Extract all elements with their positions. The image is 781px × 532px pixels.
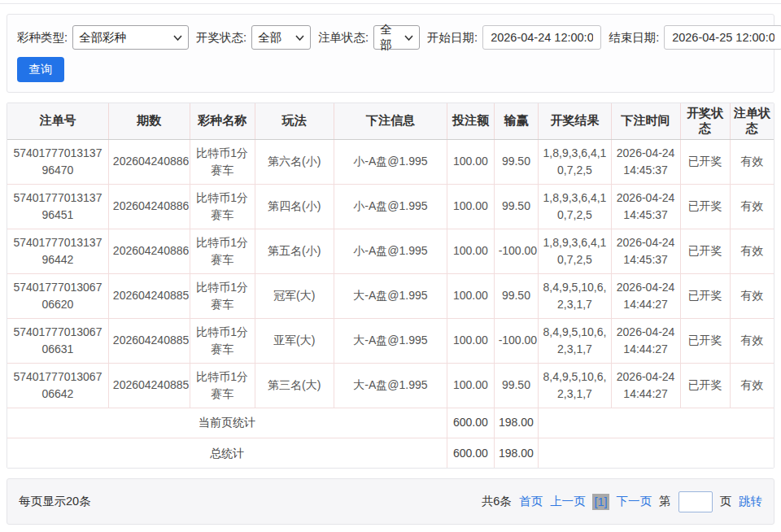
filter-row: 彩种类型: 全部彩种 开奖状态: 全部 注单状态:: [17, 25, 764, 50]
table-cell: 5740177701313796442: [7, 229, 108, 273]
summary-win-loss: 198.00: [494, 408, 539, 438]
table-cell: 8,4,9,5,10,6,2,3,1,7: [539, 318, 611, 363]
table-cell: 已开奖: [680, 318, 730, 363]
table-cell: 100.00: [447, 363, 494, 408]
table-cell: 已开奖: [680, 273, 730, 318]
prev-page-link[interactable]: 上一页: [550, 494, 586, 509]
table-cell: 比特币1分赛车: [190, 184, 255, 229]
table-summary: 当前页统计 600.00 198.00 总统计 600.00 198.00: [7, 408, 774, 468]
table-cell: 已开奖: [680, 184, 730, 229]
table-cell: 已开奖: [680, 363, 730, 408]
summary-bet-amount: 600.00: [447, 438, 494, 468]
table-row: 5740177701306706620202604240885比特币1分赛车冠军…: [7, 273, 774, 318]
draw-status-group: 开奖状态: 全部: [196, 25, 311, 50]
total-count: 共6条: [482, 494, 512, 509]
table-cell: 比特币1分赛车: [190, 318, 255, 363]
table-cell: 小-A盘@1.995: [334, 139, 447, 184]
end-date-input[interactable]: [664, 25, 781, 50]
column-header-draw-status: 开奖状态: [680, 103, 730, 139]
next-page-link[interactable]: 下一页: [617, 494, 652, 509]
table-cell: 小-A盘@1.995: [334, 184, 447, 229]
lottery-type-group: 彩种类型: 全部彩种: [17, 25, 189, 50]
end-date-label: 结束日期:: [609, 30, 659, 46]
table-row: 5740177701313796442202604240886比特币1分赛车第五…: [7, 229, 774, 273]
table-cell: 第六名(小): [255, 139, 334, 184]
bet-table: 注单号 期数 彩种名称 玩法 下注信息 投注额 输赢 开奖结果 下注时间 开奖状…: [7, 103, 774, 468]
table-cell: 第五名(小): [255, 229, 334, 273]
draw-status-label: 开奖状态:: [196, 30, 247, 46]
start-date-group: 开始日期:: [427, 25, 601, 50]
table-cell: 202604240885: [108, 363, 190, 408]
lottery-type-value: 全部彩种: [79, 30, 126, 46]
column-header-bet-amount: 投注额: [447, 103, 494, 139]
table-cell: 99.50: [494, 184, 539, 229]
current-page[interactable]: [1]: [592, 494, 609, 510]
table-cell: 99.50: [494, 363, 539, 408]
column-header-play-type: 玩法: [255, 103, 334, 139]
table-cell: 已开奖: [680, 229, 730, 273]
query-button[interactable]: 查询: [17, 57, 64, 82]
draw-status-value: 全部: [258, 30, 281, 46]
table-cell: 小-A盘@1.995: [334, 229, 447, 273]
table-cell: 冠军(大): [255, 273, 334, 318]
table-row: 5740177701313796451202604240886比特币1分赛车第四…: [7, 184, 774, 229]
jump-link[interactable]: 跳转: [739, 494, 762, 509]
table-cell: 100.00: [447, 229, 494, 273]
column-header-bet-no: 注单号: [7, 103, 108, 139]
bet-status-group: 注单状态: 全部: [318, 25, 420, 50]
start-date-input[interactable]: [482, 25, 601, 50]
table-cell: 202604240885: [108, 273, 190, 318]
table-cell: 有效: [730, 229, 774, 273]
column-header-bet-info: 下注信息: [334, 103, 447, 139]
lottery-type-label: 彩种类型:: [17, 30, 68, 46]
table-cell: -100.00: [494, 318, 539, 363]
table-cell: 已开奖: [680, 139, 730, 184]
draw-status-select[interactable]: 全部: [251, 25, 311, 50]
table-cell: 202604240886: [108, 229, 190, 273]
page-word-prefix: 第: [659, 494, 671, 509]
end-date-group: 结束日期:: [609, 25, 781, 50]
table-cell: 2026-04-24 14:45:37: [611, 229, 680, 273]
summary-win-loss: 198.00: [494, 438, 539, 468]
column-header-bet-status: 注单状态: [730, 103, 774, 139]
first-page-link[interactable]: 首页: [519, 494, 543, 509]
bet-status-value: 全部: [380, 22, 399, 53]
table-cell: 202604240886: [108, 184, 190, 229]
top-divider: [0, 0, 781, 4]
lottery-type-select[interactable]: 全部彩种: [72, 25, 189, 50]
page-number-input[interactable]: [678, 491, 713, 512]
table-cell: 2026-04-24 14:44:27: [611, 273, 680, 318]
table-cell: 有效: [730, 273, 774, 318]
table-cell: 5740177701306706642: [7, 363, 108, 408]
column-header-win-loss: 输赢: [494, 103, 539, 139]
table-cell: 5740177701306706631: [7, 318, 108, 363]
bet-table-panel: 注单号 期数 彩种名称 玩法 下注信息 投注额 输赢 开奖结果 下注时间 开奖状…: [7, 102, 774, 469]
start-date-label: 开始日期:: [427, 30, 478, 46]
chevron-down-icon: [404, 35, 413, 41]
table-cell: 2026-04-24 14:45:37: [611, 184, 680, 229]
table-cell: 100.00: [447, 318, 494, 363]
table-row: 5740177701306706642202604240885比特币1分赛车第三…: [7, 363, 774, 408]
column-header-bet-time: 下注时间: [611, 103, 680, 139]
table-cell: 100.00: [447, 184, 494, 229]
table-cell: 202604240886: [108, 139, 190, 184]
column-header-lottery-name: 彩种名称: [190, 103, 255, 139]
table-row: 5740177701306706631202604240885比特币1分赛车亚军…: [7, 318, 774, 363]
table-cell: 5740177701313796470: [7, 139, 108, 184]
bet-status-label: 注单状态:: [318, 30, 369, 46]
table-cell: 8,4,9,5,10,6,2,3,1,7: [539, 363, 611, 408]
table-row: 5740177701313796470202604240886比特币1分赛车第六…: [7, 139, 774, 184]
table-cell: 有效: [730, 139, 774, 184]
summary-label: 总统计: [7, 438, 447, 468]
table-cell: 100.00: [447, 273, 494, 318]
per-page-text: 每页显示20条: [19, 494, 91, 509]
table-cell: 比特币1分赛车: [190, 229, 255, 273]
table-cell: 比特币1分赛车: [190, 363, 255, 408]
summary-label: 当前页统计: [7, 408, 447, 438]
table-cell: 有效: [730, 318, 774, 363]
table-cell: 5740177701306706620: [7, 273, 108, 318]
bet-status-select[interactable]: 全部: [373, 25, 420, 50]
table-cell: 比特币1分赛车: [190, 273, 255, 318]
table-cell: 大-A盘@1.995: [334, 363, 447, 408]
filter-panel: 彩种类型: 全部彩种 开奖状态: 全部 注单状态:: [7, 14, 774, 93]
